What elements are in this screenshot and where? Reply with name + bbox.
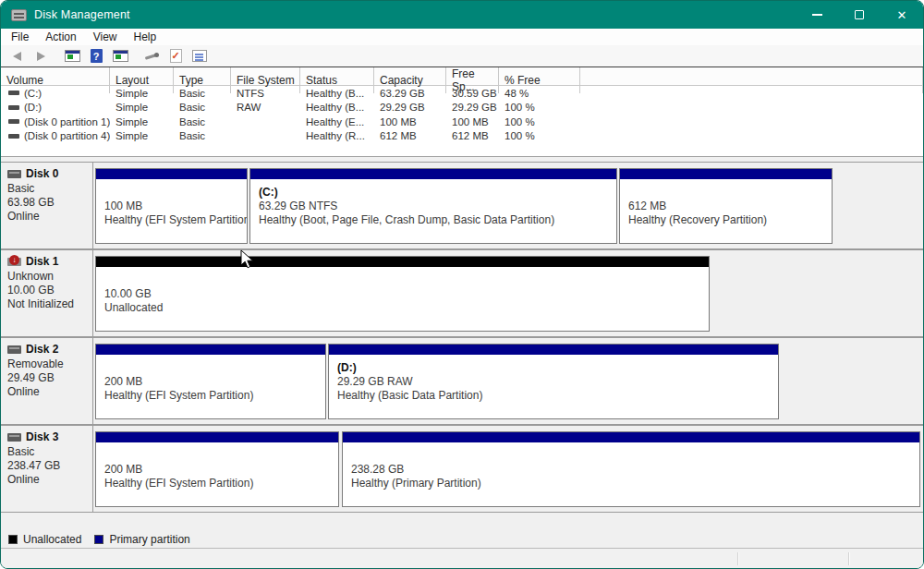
disk-3-label[interactable]: Disk 3 Basic 238.47 GB Online <box>1 426 93 512</box>
legend-bar: Unallocated Primary partition <box>1 531 923 548</box>
help-icon[interactable]: ? <box>86 47 106 65</box>
maximize-button[interactable] <box>838 1 881 29</box>
unallocated-legend-label: Unallocated <box>23 533 81 546</box>
volume-icon <box>8 91 19 95</box>
disk0-c-partition[interactable]: (C:) 63.29 GB NTFS Healthy (Boot, Page F… <box>249 168 617 244</box>
disk-1-band: 10.00 GB Unallocated <box>93 250 923 336</box>
disk-management-window: Disk Management ✕ File Action View Help … <box>0 0 924 569</box>
disk-3-row: Disk 3 Basic 238.47 GB Online 200 MB Hea… <box>1 425 923 513</box>
disk2-efi-partition[interactable]: 200 MB Healthy (EFI System Partition) <box>95 344 326 419</box>
menu-file[interactable]: File <box>1 29 37 45</box>
partition-color-bar <box>96 345 325 357</box>
menu-action[interactable]: Action <box>37 29 84 45</box>
disk-icon <box>7 433 21 442</box>
graphical-view: Disk 0 Basic 63.98 GB Online 100 MB Heal… <box>1 157 923 531</box>
volume-row-disk0-part4[interactable]: (Disk 0 partition 4) Simple Basic Health… <box>1 129 923 144</box>
console-tree-window-icon[interactable] <box>62 47 82 65</box>
statusbar-divider <box>848 552 850 565</box>
app-icon <box>11 9 27 21</box>
maximize-icon <box>855 10 864 19</box>
disk0-efi-partition[interactable]: 100 MB Healthy (EFI System Partition) <box>95 168 248 244</box>
window-title: Disk Management <box>34 8 130 21</box>
disk-0-row: Disk 0 Basic 63.98 GB Online 100 MB Heal… <box>1 162 923 249</box>
unallocated-legend-swatch <box>8 535 18 544</box>
disk-2-row: Disk 2 Removable 29.49 GB Online 200 MB … <box>1 337 923 425</box>
disk-3-band: 200 MB Healthy (EFI System Partition) 23… <box>93 426 923 512</box>
disk-1-row: Disk 1 Unknown 10.00 GB Not Initialized … <box>1 249 923 337</box>
volume-list: Volume Layout Type File System Status Ca… <box>1 67 923 157</box>
task-check-icon[interactable]: ✓ <box>165 47 186 65</box>
menu-bar: File Action View Help <box>1 29 923 45</box>
statusbar-divider <box>737 552 739 565</box>
primary-partition-legend-label: Primary partition <box>109 533 189 546</box>
disk-0-label[interactable]: Disk 0 Basic 63.98 GB Online <box>1 163 93 248</box>
partition-color-bar <box>329 345 778 357</box>
menu-view[interactable]: View <box>85 29 126 45</box>
partition-color-bar <box>96 257 709 269</box>
title-bar: Disk Management ✕ <box>1 1 923 29</box>
console-content: Volume Layout Type File System Status Ca… <box>1 67 923 548</box>
disk-2-label[interactable]: Disk 2 Removable 29.49 GB Online <box>1 338 93 424</box>
properties-list-icon[interactable] <box>189 47 210 65</box>
volume-icon <box>8 134 19 139</box>
disk2-d-partition[interactable]: (D:) 29.29 GB RAW Healthy (Basic Data Pa… <box>328 344 779 419</box>
primary-partition-legend-swatch <box>94 535 103 544</box>
menu-help[interactable]: Help <box>126 29 165 45</box>
disk3-efi-partition[interactable]: 200 MB Healthy (EFI System Partition) <box>95 431 339 507</box>
disk-tools-icon[interactable] <box>141 47 162 65</box>
status-bar <box>1 548 923 568</box>
disk-icon <box>7 345 21 354</box>
disk-error-icon <box>7 258 21 266</box>
partition-color-bar <box>343 432 919 444</box>
disk-2-band: 200 MB Healthy (EFI System Partition) (D… <box>93 338 923 424</box>
forward-icon[interactable] <box>30 47 51 65</box>
disk1-unallocated-space[interactable]: 10.00 GB Unallocated <box>95 256 710 332</box>
disk0-recovery-partition[interactable]: 612 MB Healthy (Recovery Partition) <box>619 168 833 244</box>
minimize-button[interactable] <box>796 1 838 29</box>
col-empty <box>580 67 923 93</box>
partition-color-bar <box>250 169 616 181</box>
volume-row-disk0-part1[interactable]: (Disk 0 partition 1) Simple Basic Health… <box>1 115 923 129</box>
disk3-primary-partition[interactable]: 238.28 GB Healthy (Primary Partition) <box>342 431 920 507</box>
back-icon[interactable] <box>6 47 27 65</box>
minimize-icon <box>812 14 822 16</box>
volume-icon <box>8 105 19 110</box>
volume-list-header: Volume Layout Type File System Status Ca… <box>1 67 923 86</box>
partition-color-bar <box>96 432 338 444</box>
toolbar: ? ✓ <box>1 45 923 67</box>
action-pane-window-icon[interactable] <box>110 47 130 65</box>
volume-row-d[interactable]: (D:) Simple Basic RAW Healthy (B... 29.2… <box>1 101 923 115</box>
partition-color-bar <box>96 169 247 181</box>
close-icon: ✕ <box>897 9 907 21</box>
disk-icon <box>7 170 21 178</box>
disk-0-band: 100 MB Healthy (EFI System Partition) (C… <box>93 163 923 248</box>
partition-color-bar <box>620 169 832 181</box>
disk-1-label[interactable]: Disk 1 Unknown 10.00 GB Not Initialized <box>1 250 93 336</box>
close-button[interactable]: ✕ <box>881 1 923 29</box>
volume-icon <box>8 119 19 124</box>
